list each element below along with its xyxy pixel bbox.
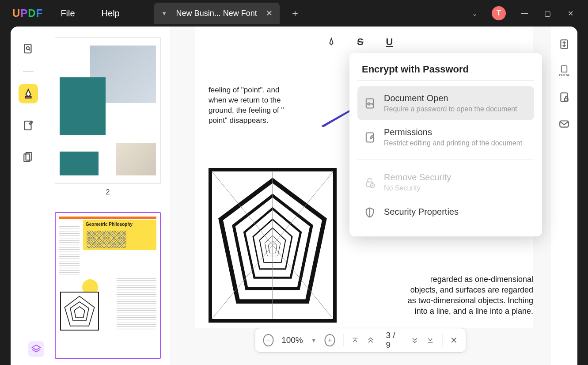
option-title: Security Properties: [384, 207, 528, 217]
strikethrough-icon[interactable]: S: [354, 35, 367, 49]
menu-file[interactable]: File: [61, 8, 75, 19]
thumbnails-panel: 2 Geometric Philosophy: [46, 27, 170, 365]
convert-button[interactable]: [557, 37, 571, 51]
zoom-dropdown-icon[interactable]: ▼: [311, 337, 317, 344]
document-open-option[interactable]: Document Open Require a password to open…: [357, 86, 534, 120]
shield-icon: [364, 206, 376, 219]
option-subtitle: Restrict editing and printing of the doc…: [384, 139, 528, 147]
left-toolbar: [11, 27, 46, 365]
highlight-tool[interactable]: [19, 84, 38, 103]
option-subtitle: Require a password to open the document: [384, 105, 528, 113]
mail-button[interactable]: [557, 117, 571, 131]
underline-icon[interactable]: U: [383, 35, 396, 49]
svg-line-17: [212, 172, 273, 245]
doc-body-text-2: regarded as one-dimensional objects, and…: [401, 274, 533, 316]
titlebar: UPDF File Help ▼ New Busin... New Font ✕…: [0, 0, 588, 27]
pagination-bar: − 100% ▼ + 3 / 9 ✕: [254, 328, 466, 353]
svg-rect-28: [560, 121, 569, 127]
main-container: 2 Geometric Philosophy S U feeling of "p…: [11, 27, 577, 365]
last-page-button[interactable]: [426, 336, 434, 345]
new-tab-button[interactable]: ＋: [290, 7, 300, 20]
tab-dropdown-icon[interactable]: ▼: [161, 10, 167, 17]
right-toolbar: PDF/A: [551, 27, 577, 365]
prev-page-button[interactable]: [367, 336, 375, 345]
remove-security-option[interactable]: Remove Security No Security: [357, 165, 534, 199]
close-window-button[interactable]: ✕: [566, 9, 575, 18]
security-button[interactable]: [557, 90, 571, 104]
thumbnail-page-3[interactable]: Geometric Philosophy: [55, 212, 161, 359]
popup-title: Encrypt with Password: [357, 64, 534, 75]
user-avatar[interactable]: T: [492, 6, 506, 20]
svg-line-19: [212, 245, 273, 319]
option-title: Remove Security: [384, 172, 528, 182]
next-page-button[interactable]: [411, 336, 419, 345]
unlock-icon: [364, 176, 376, 189]
thumbnail-label-2: 2: [55, 188, 161, 196]
permissions-option[interactable]: Permissions Restrict editing and printin…: [357, 120, 534, 154]
encrypt-password-popup: Encrypt with Password Document Open Requ…: [349, 53, 542, 236]
security-properties-option[interactable]: Security Properties: [357, 199, 534, 226]
edit-tool[interactable]: [19, 116, 38, 135]
annotation-toolbar: S U: [170, 31, 551, 53]
divider: [442, 334, 442, 346]
pdfa-button[interactable]: PDF/A: [557, 64, 571, 78]
document-edit-icon: [364, 131, 376, 144]
close-pagination-button[interactable]: ✕: [450, 335, 458, 346]
thumbnail-page-2[interactable]: [55, 37, 161, 184]
first-page-button[interactable]: [352, 336, 359, 345]
app-logo: UPDF: [12, 7, 43, 19]
page-indicator[interactable]: 3 / 9: [382, 331, 403, 350]
document-key-icon: [364, 97, 376, 110]
svg-rect-25: [561, 65, 567, 72]
option-subtitle: No Security: [384, 184, 528, 192]
tab-title: New Busin... New Font: [176, 9, 257, 18]
zoom-in-button[interactable]: +: [325, 334, 335, 346]
menu-help[interactable]: Help: [102, 8, 120, 19]
svg-line-20: [273, 245, 333, 319]
option-title: Permissions: [384, 127, 528, 137]
zoom-out-button[interactable]: −: [263, 334, 273, 346]
toolbar-divider: [23, 71, 34, 72]
layers-button[interactable]: [28, 341, 44, 357]
divider: [343, 334, 344, 346]
document-tab[interactable]: ▼ New Busin... New Font ✕: [154, 3, 280, 24]
chevron-down-icon[interactable]: ⌄: [472, 9, 478, 18]
spiral-image: [209, 168, 337, 323]
minimize-button[interactable]: —: [520, 9, 529, 17]
highlighter-icon[interactable]: [325, 35, 338, 49]
svg-point-30: [368, 103, 370, 105]
svg-rect-3: [26, 97, 31, 98]
maximize-button[interactable]: ▢: [543, 9, 552, 18]
svg-marker-7: [64, 296, 94, 326]
svg-rect-0: [24, 44, 31, 53]
svg-marker-9: [74, 307, 85, 318]
svg-line-18: [273, 172, 333, 245]
pages-tool[interactable]: [19, 148, 38, 167]
doc-body-text-1: feeling of "point", and when we return t…: [209, 85, 297, 125]
zoom-level: 100%: [281, 335, 303, 345]
svg-line-2: [29, 49, 30, 50]
option-title: Document Open: [384, 93, 528, 103]
search-tool[interactable]: [19, 39, 38, 58]
tab-close-icon[interactable]: ✕: [266, 8, 273, 18]
